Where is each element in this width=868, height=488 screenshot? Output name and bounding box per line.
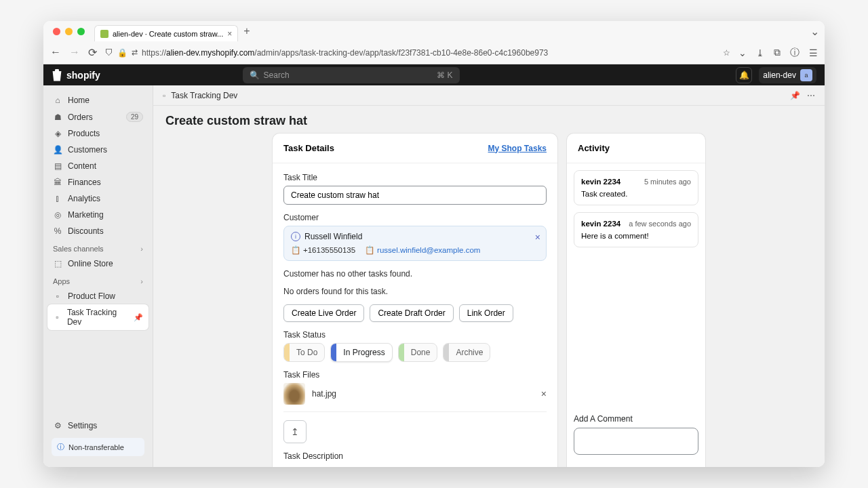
analytics-icon: ⫿ xyxy=(53,194,62,203)
nav-finances[interactable]: 🏛Finances xyxy=(47,174,149,190)
browser-tab[interactable]: alien-dev · Create custom straw... × xyxy=(94,25,238,41)
nav-label: Product Flow xyxy=(68,291,115,301)
nav-home[interactable]: ⌂Home xyxy=(47,92,149,108)
customer-chip: i Russell Winfield × 📋+16135550135 📋russ… xyxy=(283,226,547,261)
store-switcher[interactable]: alien-dev a xyxy=(759,67,816,83)
minimize-window-icon[interactable] xyxy=(65,28,73,35)
account-icon[interactable]: ⓘ xyxy=(790,47,800,59)
card-title: Activity xyxy=(578,143,610,153)
nav-label: Marketing xyxy=(68,210,104,220)
nav-online-store[interactable]: ⬚Online Store xyxy=(47,256,149,272)
activity-item: kevin 22345 minutes ago Task created. xyxy=(574,170,698,205)
customer-name[interactable]: Russell Winfield xyxy=(304,232,362,241)
global-search[interactable]: 🔍Search ⌘ K xyxy=(243,67,460,83)
browser-window: alien-dev · Create custom straw... × + ⌄… xyxy=(43,21,825,467)
store-icon: ⬚ xyxy=(53,259,62,268)
chevron-right-icon: › xyxy=(140,245,143,253)
status-todo[interactable]: To Do xyxy=(283,343,325,362)
status-done[interactable]: Done xyxy=(398,343,438,362)
task-title-input[interactable] xyxy=(283,186,547,205)
pin-app-icon[interactable]: 📌 xyxy=(790,91,800,100)
customers-icon: 👤 xyxy=(53,145,62,155)
nav-customers[interactable]: 👤Customers xyxy=(47,142,149,158)
forward-button: → xyxy=(69,46,80,59)
content-icon: ▤ xyxy=(53,161,62,171)
nav-orders[interactable]: ☗Orders29 xyxy=(47,108,149,125)
task-details-card: Task Details My Shop Tasks Task Title Cu… xyxy=(273,134,557,467)
remove-customer-icon[interactable]: × xyxy=(535,232,540,243)
nav-analytics[interactable]: ⫿Analytics xyxy=(47,190,149,207)
customer-email[interactable]: 📋russel.winfield@example.com xyxy=(365,245,480,255)
permissions-icon[interactable]: ⇄ xyxy=(132,48,138,57)
close-tab-icon[interactable]: × xyxy=(227,29,232,39)
admin-sidebar: ⌂Home ☗Orders29 ◈Products 👤Customers ▤Co… xyxy=(43,85,153,467)
create-draft-order-button[interactable]: Create Draft Order xyxy=(370,304,453,322)
more-icon[interactable]: ⋯ xyxy=(807,91,815,100)
apps-header[interactable]: Apps› xyxy=(47,272,149,288)
nav-content[interactable]: ▤Content xyxy=(47,158,149,174)
app-topbar: ▫ Task Tracking Dev 📌 ⋯ xyxy=(153,85,825,106)
extensions-icon[interactable]: ⧉ xyxy=(774,47,781,58)
back-button[interactable]: ← xyxy=(50,46,61,59)
shield-icon[interactable]: ⛉ xyxy=(105,48,113,58)
nav-app-product-flow[interactable]: ▫Product Flow xyxy=(47,288,149,304)
upload-icon: ↥ xyxy=(291,426,299,437)
info-icon[interactable]: i xyxy=(291,232,300,241)
reload-button[interactable]: ⟳ xyxy=(88,46,97,59)
browser-chrome: alien-dev · Create custom straw... × + ⌄… xyxy=(43,21,825,64)
orders-icon: ☗ xyxy=(53,113,62,122)
notifications-button[interactable]: 🔔 xyxy=(736,67,752,83)
upload-file-button[interactable]: ↥ xyxy=(283,420,307,443)
my-shop-tasks-link[interactable]: My Shop Tasks xyxy=(488,144,547,153)
file-thumbnail[interactable] xyxy=(283,383,305,405)
main-content: ▫ Task Tracking Dev 📌 ⋯ Create custom st… xyxy=(153,85,825,467)
sales-channels-header[interactable]: Sales channels› xyxy=(47,239,149,256)
pin-icon[interactable]: 📌 xyxy=(134,313,143,322)
close-window-icon[interactable] xyxy=(53,28,60,35)
nav-label: Customers xyxy=(68,145,107,155)
create-live-order-button[interactable]: Create Live Order xyxy=(283,304,364,322)
window-controls[interactable] xyxy=(49,28,89,35)
lock-icon[interactable]: 🔒 xyxy=(117,48,127,58)
new-tab-button[interactable]: + xyxy=(243,25,250,37)
pocket-icon[interactable]: ⌄ xyxy=(738,47,747,58)
nav-app-task-tracking[interactable]: ▫Task Tracking Dev📌 xyxy=(47,304,149,330)
status-in-progress[interactable]: In Progress xyxy=(330,343,392,362)
nav-label: Online Store xyxy=(68,259,113,268)
nav-settings[interactable]: ⚙Settings xyxy=(47,418,149,434)
nav-products[interactable]: ◈Products xyxy=(47,125,149,142)
address-bar[interactable]: ⛉ 🔒 ⇄ https://alien-dev.myshopify.com/ad… xyxy=(105,48,730,58)
store-name: alien-dev xyxy=(763,70,796,80)
shopify-logo[interactable]: shopify xyxy=(52,69,100,81)
nav-label: Analytics xyxy=(68,194,100,203)
tab-overflow-icon[interactable]: ⌄ xyxy=(810,25,819,38)
status-archive[interactable]: Archive xyxy=(443,343,490,362)
link-order-button[interactable]: Link Order xyxy=(459,304,513,322)
activity-item: kevin 2234a few seconds ago Here is a co… xyxy=(574,212,698,247)
finances-icon: 🏛 xyxy=(53,178,62,187)
app-icon: ▫ xyxy=(53,291,62,301)
downloads-icon[interactable]: ⤓ xyxy=(756,47,764,58)
comment-input[interactable] xyxy=(574,428,698,455)
menu-icon[interactable]: ☰ xyxy=(809,47,818,58)
remove-file-icon[interactable]: × xyxy=(541,388,547,399)
page-title: Create custom straw hat xyxy=(153,106,825,134)
clipboard-icon: 📋 xyxy=(365,245,374,255)
breadcrumb[interactable]: Task Tracking Dev xyxy=(171,91,237,100)
no-tasks-text: Customer has no other tasks found. xyxy=(283,269,547,279)
brand-text: shopify xyxy=(66,70,100,81)
search-shortcut: ⌘ K xyxy=(437,70,452,80)
nav-discounts[interactable]: %Discounts xyxy=(47,223,149,239)
app-icon: ▫ xyxy=(163,91,165,100)
bookmark-icon[interactable]: ☆ xyxy=(723,48,730,58)
activity-text: Here is a comment! xyxy=(581,232,691,240)
status-label: Task Status xyxy=(283,330,547,340)
activity-author: kevin 2234 xyxy=(581,220,620,228)
store-avatar: a xyxy=(800,69,812,81)
maximize-window-icon[interactable] xyxy=(77,28,85,35)
nav-label: Content xyxy=(68,161,96,171)
nav-marketing[interactable]: ◎Marketing xyxy=(47,207,149,223)
customer-phone[interactable]: 📋+16135550135 xyxy=(291,245,355,255)
activity-text: Task created. xyxy=(581,190,691,198)
non-transferable-banner[interactable]: ⓘNon-transferable xyxy=(52,438,144,456)
